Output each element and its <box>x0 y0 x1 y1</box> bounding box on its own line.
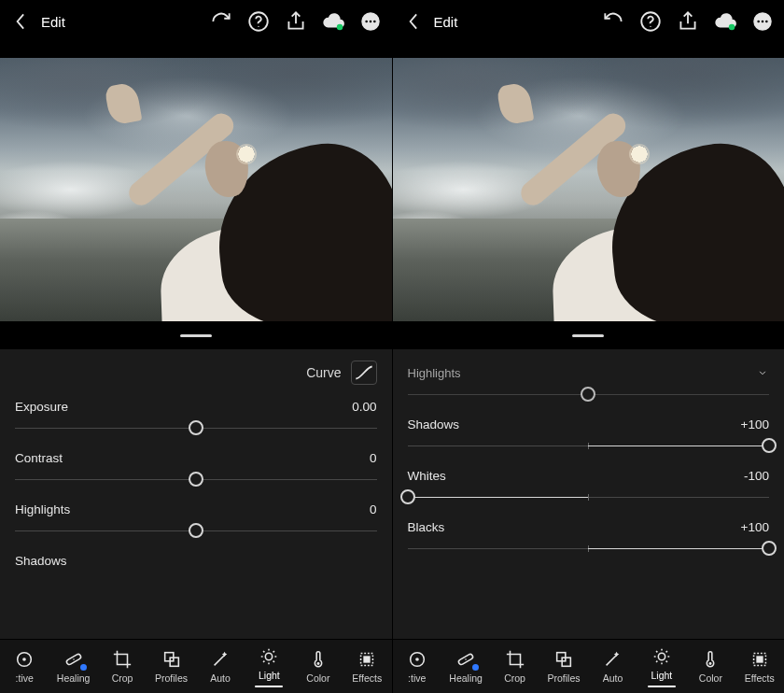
tool-light[interactable]: Light <box>639 646 684 687</box>
slider-value: 0 <box>370 502 377 516</box>
more-icon[interactable] <box>750 9 775 34</box>
back-icon[interactable] <box>9 9 34 34</box>
panel-drag-handle[interactable] <box>393 321 785 349</box>
cloud-sync-icon[interactable] <box>321 9 345 34</box>
tool-auto[interactable]: Auto <box>590 649 635 684</box>
svg-rect-33 <box>756 656 763 662</box>
edit-dropdown[interactable]: Edit <box>434 14 462 30</box>
slider-label: Contrast <box>15 451 63 465</box>
tool-effects[interactable]: Effects <box>344 649 389 684</box>
wand-icon <box>602 649 623 670</box>
share-icon[interactable] <box>676 9 700 34</box>
more-icon[interactable] <box>358 9 383 34</box>
light-icon <box>259 646 279 667</box>
slider-label: Exposure <box>15 400 68 414</box>
slider-track[interactable] <box>15 421 377 434</box>
slider-value: 0 <box>370 451 377 465</box>
target-icon <box>407 649 427 670</box>
slider-track[interactable] <box>15 473 377 486</box>
tool-selective[interactable]: :tive <box>2 649 47 684</box>
cloud-sync-icon[interactable] <box>713 9 737 34</box>
effects-icon <box>749 649 770 670</box>
top-bar: Edit <box>0 0 392 43</box>
tool-healing[interactable]: Healing <box>443 649 488 684</box>
tool-label: Light <box>651 670 673 681</box>
slider-thumb[interactable] <box>400 489 415 504</box>
tool-crop[interactable]: Crop <box>100 649 145 684</box>
panel-drag-handle[interactable] <box>0 321 392 349</box>
top-bar: Edit <box>393 0 785 43</box>
tool-healing[interactable]: Healing <box>51 649 96 684</box>
edit-label-text: Edit <box>41 14 65 30</box>
tool-light[interactable]: Light <box>246 646 291 687</box>
slider-thumb[interactable] <box>189 472 203 487</box>
slider-shadows-partial: Shadows <box>15 546 377 568</box>
tool-label: Crop <box>504 672 525 684</box>
tool-selective[interactable]: :tive <box>395 649 440 684</box>
undo-icon[interactable] <box>601 9 625 34</box>
slider-value: +100 <box>741 520 769 534</box>
tool-label: Healing <box>57 672 91 684</box>
tool-label: Profiles <box>548 672 581 684</box>
photo-preview[interactable] <box>393 43 785 321</box>
slider-thumb[interactable] <box>762 438 777 453</box>
light-icon <box>651 646 672 667</box>
curve-button[interactable]: Curve <box>306 361 376 385</box>
slider-track[interactable] <box>408 542 770 555</box>
slider-track[interactable] <box>408 490 770 503</box>
slider-thumb[interactable] <box>189 420 203 435</box>
edit-label-text: Edit <box>434 14 458 30</box>
svg-rect-12 <box>170 658 178 666</box>
svg-rect-11 <box>164 653 173 661</box>
bandage-icon <box>455 649 476 670</box>
svg-point-21 <box>757 21 760 23</box>
share-icon[interactable] <box>284 9 308 34</box>
svg-point-5 <box>369 21 371 23</box>
photo-preview[interactable] <box>0 43 392 321</box>
svg-point-30 <box>658 653 665 659</box>
slider-track[interactable] <box>408 439 770 452</box>
tool-color[interactable]: Color <box>296 649 341 684</box>
tool-auto[interactable]: Auto <box>198 649 243 684</box>
tool-label: Healing <box>449 672 483 684</box>
tool-color[interactable]: Color <box>688 649 733 684</box>
bottom-toolbar: :tive Healing Crop Profiles Auto Li <box>0 639 392 693</box>
tool-label: Profiles <box>155 672 188 684</box>
tool-label: Crop <box>112 672 133 684</box>
profiles-icon <box>161 649 182 670</box>
chevron-down-icon[interactable] <box>756 366 769 379</box>
thermo-icon <box>308 649 329 670</box>
crop-icon <box>112 649 133 670</box>
svg-point-13 <box>266 653 273 659</box>
redo-icon[interactable] <box>209 9 233 34</box>
tool-label: Color <box>699 672 722 684</box>
svg-rect-16 <box>364 656 371 662</box>
tool-label: Color <box>306 672 329 684</box>
tool-effects[interactable]: Effects <box>737 649 782 684</box>
tool-profiles[interactable]: Profiles <box>541 649 586 684</box>
wand-icon <box>210 649 231 670</box>
tool-label: :tive <box>16 672 34 684</box>
slider-thumb[interactable] <box>762 541 777 556</box>
svg-point-4 <box>365 21 368 23</box>
slider-contrast: Contrast 0 <box>15 444 377 495</box>
slider-label: Shadows <box>15 554 67 568</box>
help-icon[interactable] <box>638 9 663 34</box>
tool-profiles[interactable]: Profiles <box>149 649 194 684</box>
svg-point-2 <box>336 24 343 31</box>
slider-track[interactable] <box>15 524 377 537</box>
svg-rect-28 <box>557 653 566 661</box>
bottom-toolbar: :tive Healing Crop Profiles Auto Li <box>393 639 785 693</box>
slider-whites: Whites -100 <box>408 461 770 513</box>
slider-label: Blacks <box>408 520 445 534</box>
slider-track[interactable] <box>408 388 770 401</box>
slider-value: +100 <box>741 417 769 431</box>
help-icon[interactable] <box>246 9 271 34</box>
slider-thumb[interactable] <box>581 387 595 402</box>
slider-thumb[interactable] <box>189 523 203 538</box>
tool-label: Auto <box>603 672 623 684</box>
svg-point-22 <box>762 21 764 23</box>
edit-dropdown[interactable]: Edit <box>41 14 69 30</box>
tool-crop[interactable]: Crop <box>493 649 538 684</box>
back-icon[interactable] <box>402 9 427 34</box>
